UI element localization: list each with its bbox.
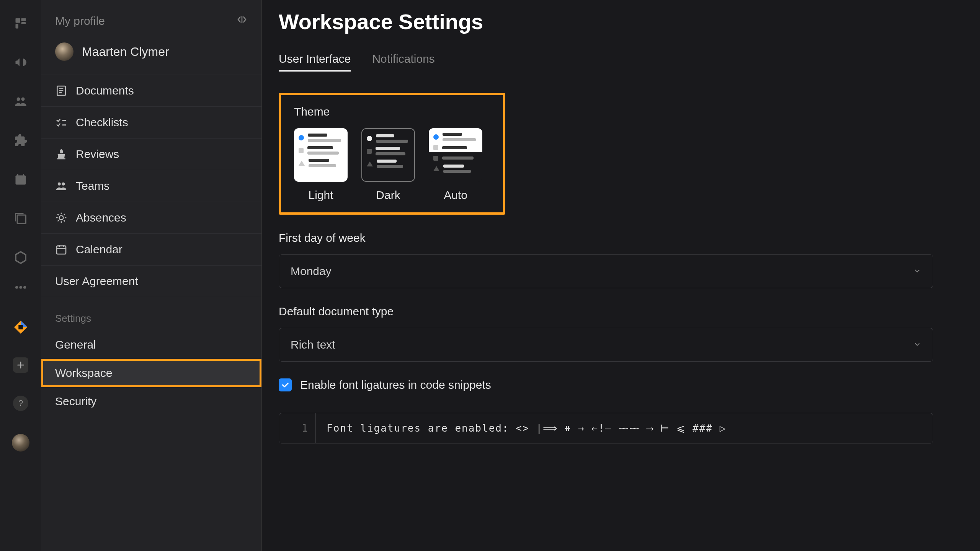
doc-type-section: Default document type Rich text (279, 305, 963, 362)
svg-rect-21 (61, 149, 62, 153)
checkbox-label: Enable font ligatures in code snippets (300, 378, 491, 391)
settings-tabs: User Interface Notifications (279, 52, 963, 72)
svg-rect-11 (17, 174, 18, 177)
svg-rect-19 (18, 325, 23, 329)
sidebar-item-label: Absences (76, 211, 126, 224)
sidebar-item-label: Documents (76, 84, 134, 97)
rail-avatar[interactable] (12, 434, 29, 452)
sidebar-item-documents[interactable]: Documents (41, 75, 261, 106)
sidebar-setting-label: Security (55, 395, 96, 408)
rail-teams-icon[interactable] (13, 93, 29, 109)
profile-avatar (55, 42, 74, 61)
sidebar-item-workspace[interactable]: Workspace (41, 359, 261, 387)
select-value: Monday (291, 265, 332, 278)
svg-rect-12 (23, 174, 24, 177)
chevron-down-icon (913, 338, 921, 351)
code-line-number: 1 (279, 413, 316, 443)
theme-options: Light Dark (294, 128, 490, 202)
sidebar-item-teams[interactable]: Teams (41, 170, 261, 202)
teams-icon (55, 180, 67, 192)
theme-label: Theme (294, 105, 490, 118)
svg-rect-13 (17, 215, 26, 224)
rail-dashboard-icon[interactable] (13, 15, 29, 31)
sidebar-item-reviews[interactable]: Reviews (41, 138, 261, 170)
sidebar-item-checklists[interactable]: Checklists (41, 106, 261, 138)
collapse-sidebar-icon[interactable] (236, 14, 248, 28)
tab-notifications[interactable]: Notifications (372, 52, 434, 72)
nav-rail: ? (0, 0, 41, 551)
sidebar-section-title: My profile (55, 15, 105, 28)
app-logo-icon[interactable] (13, 320, 28, 334)
svg-rect-2 (16, 24, 19, 29)
sidebar-item-label: Calendar (76, 243, 122, 256)
svg-point-6 (17, 98, 20, 101)
select-value: Rich text (291, 338, 335, 351)
review-icon (55, 148, 67, 160)
tab-label: Notifications (372, 52, 434, 65)
sidebar-setting-label: Workspace (55, 367, 113, 379)
svg-point-15 (19, 286, 22, 289)
sidebar-item-user-agreement[interactable]: User Agreement (41, 265, 261, 297)
sidebar-item-security[interactable]: Security (41, 387, 261, 416)
chevron-down-icon (913, 265, 921, 278)
calendar-icon (55, 243, 67, 256)
page-title: Workspace Settings (279, 9, 963, 34)
profile-row[interactable]: Maarten Clymer (41, 39, 261, 75)
main-content: Workspace Settings User Interface Notifi… (262, 0, 980, 551)
theme-option-label: Light (308, 189, 333, 202)
code-content: Font ligatures are enabled: <> |⟹ ⧺ → ←!… (316, 413, 933, 443)
profile-name: Maarten Clymer (82, 45, 169, 59)
theme-option-light[interactable]: Light (294, 128, 348, 202)
sidebar-item-label: Checklists (76, 116, 128, 129)
sidebar-item-label: User Agreement (55, 275, 138, 288)
checkbox-icon (279, 378, 292, 391)
rail-settings-icon[interactable] (13, 249, 29, 266)
rail-more-icon[interactable] (13, 279, 29, 295)
sidebar-header: My profile (41, 0, 261, 39)
doc-type-select[interactable]: Rich text (279, 328, 933, 362)
svg-point-14 (15, 286, 18, 289)
sidebar-item-label: Teams (76, 179, 109, 192)
first-day-section: First day of week Monday (279, 231, 963, 288)
theme-option-label: Dark (376, 189, 400, 202)
svg-point-22 (58, 183, 61, 186)
sidebar-item-label: Reviews (76, 148, 119, 161)
theme-option-auto[interactable]: Auto (429, 128, 482, 202)
sidebar-item-general[interactable]: General (41, 331, 261, 359)
profile-sidebar: My profile Maarten Clymer Documents Chec… (41, 0, 262, 551)
sidebar-item-absences[interactable]: Absences (41, 202, 261, 233)
svg-point-7 (21, 98, 25, 101)
doc-type-label: Default document type (279, 305, 963, 318)
sidebar-item-calendar[interactable]: Calendar (41, 233, 261, 265)
help-button[interactable]: ? (13, 396, 28, 411)
rail-schedule-icon[interactable] (13, 171, 29, 187)
theme-section: Theme Light Dark (279, 93, 505, 215)
svg-rect-5 (21, 22, 26, 24)
theme-option-dark[interactable]: Dark (361, 128, 415, 202)
theme-preview-light (294, 128, 348, 182)
svg-rect-1 (21, 18, 26, 21)
sidebar-settings-label: Settings (41, 297, 261, 331)
svg-rect-10 (16, 176, 26, 179)
svg-point-16 (23, 286, 26, 289)
rail-extension-icon[interactable] (13, 132, 29, 148)
document-icon (55, 85, 67, 97)
ligatures-checkbox-row[interactable]: Enable font ligatures in code snippets (279, 378, 963, 391)
first-day-select[interactable]: Monday (279, 254, 933, 288)
rail-collections-icon[interactable] (13, 210, 29, 227)
rail-announce-icon[interactable] (13, 54, 29, 70)
theme-option-label: Auto (444, 189, 467, 202)
tab-label: User Interface (279, 52, 351, 65)
sidebar-setting-label: General (55, 338, 96, 351)
tab-user-interface[interactable]: User Interface (279, 52, 351, 72)
code-sample-block: 1 Font ligatures are enabled: <> |⟹ ⧺ → … (279, 413, 933, 443)
svg-rect-0 (16, 18, 20, 23)
svg-point-23 (62, 183, 65, 186)
first-day-label: First day of week (279, 231, 963, 245)
svg-point-24 (59, 216, 64, 220)
theme-preview-dark (361, 128, 415, 182)
sun-icon (55, 212, 67, 224)
theme-preview-auto (429, 128, 482, 182)
add-button[interactable] (13, 357, 28, 373)
svg-rect-25 (57, 246, 66, 254)
